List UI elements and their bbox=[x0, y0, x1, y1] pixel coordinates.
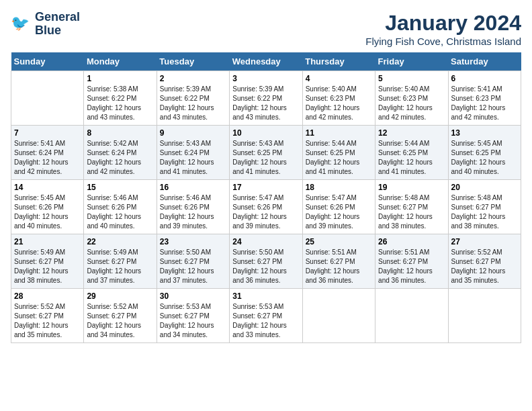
day-number: 31 bbox=[232, 291, 299, 301]
day-info: Sunrise: 5:38 AM Sunset: 6:22 PM Dayligh… bbox=[87, 85, 153, 122]
weekday-header: Monday bbox=[84, 52, 157, 71]
day-number: 12 bbox=[378, 128, 445, 138]
subtitle: Flying Fish Cove, Christmas Island bbox=[365, 36, 521, 47]
day-number: 15 bbox=[87, 183, 153, 192]
day-number: 4 bbox=[306, 74, 372, 83]
day-number: 26 bbox=[378, 237, 445, 246]
day-info: Sunrise: 5:46 AM Sunset: 6:26 PM Dayligh… bbox=[87, 193, 153, 231]
calendar-day-cell: 15Sunrise: 5:46 AM Sunset: 6:26 PM Dayli… bbox=[84, 180, 157, 234]
calendar-day-cell: 22Sunrise: 5:49 AM Sunset: 6:27 PM Dayli… bbox=[84, 234, 157, 289]
calendar-day-cell: 31Sunrise: 5:53 AM Sunset: 6:27 PM Dayli… bbox=[230, 289, 302, 343]
title-area: January 2024 Flying Fish Cove, Christmas… bbox=[365, 11, 521, 47]
day-number: 25 bbox=[306, 237, 372, 246]
calendar-day-cell: 9Sunrise: 5:43 AM Sunset: 6:24 PM Daylig… bbox=[157, 126, 229, 180]
day-number: 20 bbox=[451, 183, 518, 192]
weekday-header-row: SundayMondayTuesdayWednesdayThursdayFrid… bbox=[11, 52, 521, 71]
day-number: 2 bbox=[160, 74, 226, 83]
day-number: 16 bbox=[160, 183, 226, 192]
day-info: Sunrise: 5:50 AM Sunset: 6:27 PM Dayligh… bbox=[232, 248, 299, 285]
day-number: 3 bbox=[232, 74, 299, 83]
day-info: Sunrise: 5:53 AM Sunset: 6:27 PM Dayligh… bbox=[232, 302, 299, 340]
calendar-day-cell: 3Sunrise: 5:39 AM Sunset: 6:22 PM Daylig… bbox=[230, 71, 302, 126]
day-info: Sunrise: 5:48 AM Sunset: 6:27 PM Dayligh… bbox=[451, 193, 518, 231]
day-info: Sunrise: 5:43 AM Sunset: 6:24 PM Dayligh… bbox=[160, 139, 226, 177]
main-title: January 2024 bbox=[365, 11, 521, 36]
day-info: Sunrise: 5:52 AM Sunset: 6:27 PM Dayligh… bbox=[451, 248, 518, 285]
logo-icon: 🐦 bbox=[11, 13, 32, 35]
day-info: Sunrise: 5:47 AM Sunset: 6:26 PM Dayligh… bbox=[306, 193, 372, 231]
calendar-week-row: 21Sunrise: 5:49 AM Sunset: 6:27 PM Dayli… bbox=[11, 234, 521, 289]
calendar-day-cell: 6Sunrise: 5:41 AM Sunset: 6:23 PM Daylig… bbox=[448, 71, 521, 126]
day-number: 28 bbox=[14, 291, 81, 301]
calendar-day-cell: 4Sunrise: 5:40 AM Sunset: 6:23 PM Daylig… bbox=[302, 71, 375, 126]
day-info: Sunrise: 5:40 AM Sunset: 6:23 PM Dayligh… bbox=[306, 85, 372, 122]
weekday-header: Friday bbox=[375, 52, 448, 71]
calendar-day-cell: 26Sunrise: 5:51 AM Sunset: 6:27 PM Dayli… bbox=[375, 234, 448, 289]
day-info: Sunrise: 5:43 AM Sunset: 6:25 PM Dayligh… bbox=[232, 139, 299, 177]
day-info: Sunrise: 5:45 AM Sunset: 6:25 PM Dayligh… bbox=[451, 139, 518, 177]
calendar-day-cell: 27Sunrise: 5:52 AM Sunset: 6:27 PM Dayli… bbox=[448, 234, 521, 289]
day-number: 8 bbox=[87, 128, 153, 138]
day-info: Sunrise: 5:44 AM Sunset: 6:25 PM Dayligh… bbox=[306, 139, 372, 177]
day-info: Sunrise: 5:46 AM Sunset: 6:26 PM Dayligh… bbox=[160, 193, 226, 231]
calendar-week-row: 1Sunrise: 5:38 AM Sunset: 6:22 PM Daylig… bbox=[11, 71, 521, 126]
day-number: 1 bbox=[87, 74, 153, 83]
calendar-day-cell: 5Sunrise: 5:40 AM Sunset: 6:23 PM Daylig… bbox=[375, 71, 448, 126]
weekday-header: Wednesday bbox=[230, 52, 302, 71]
day-info: Sunrise: 5:41 AM Sunset: 6:23 PM Dayligh… bbox=[451, 85, 518, 122]
day-info: Sunrise: 5:50 AM Sunset: 6:27 PM Dayligh… bbox=[160, 248, 226, 285]
weekday-header: Sunday bbox=[11, 52, 84, 71]
day-number: 10 bbox=[232, 128, 299, 138]
day-info: Sunrise: 5:39 AM Sunset: 6:22 PM Dayligh… bbox=[232, 85, 299, 122]
day-number: 22 bbox=[87, 237, 153, 246]
day-info: Sunrise: 5:52 AM Sunset: 6:27 PM Dayligh… bbox=[87, 302, 153, 340]
day-info: Sunrise: 5:51 AM Sunset: 6:27 PM Dayligh… bbox=[306, 248, 372, 285]
calendar-day-cell: 16Sunrise: 5:46 AM Sunset: 6:26 PM Dayli… bbox=[157, 180, 229, 234]
day-number: 27 bbox=[451, 237, 518, 246]
calendar-day-cell: 10Sunrise: 5:43 AM Sunset: 6:25 PM Dayli… bbox=[230, 126, 302, 180]
calendar-day-cell: 7Sunrise: 5:41 AM Sunset: 6:24 PM Daylig… bbox=[11, 126, 84, 180]
calendar-day-cell: 30Sunrise: 5:53 AM Sunset: 6:27 PM Dayli… bbox=[157, 289, 229, 343]
day-number: 30 bbox=[160, 291, 226, 301]
weekday-header: Tuesday bbox=[157, 52, 229, 71]
day-info: Sunrise: 5:47 AM Sunset: 6:26 PM Dayligh… bbox=[232, 193, 299, 231]
calendar-week-row: 28Sunrise: 5:52 AM Sunset: 6:27 PM Dayli… bbox=[11, 289, 521, 343]
day-number: 21 bbox=[14, 237, 81, 246]
weekday-header: Saturday bbox=[448, 52, 521, 71]
day-info: Sunrise: 5:49 AM Sunset: 6:27 PM Dayligh… bbox=[14, 248, 81, 285]
day-number: 24 bbox=[232, 237, 299, 246]
calendar-day-cell: 21Sunrise: 5:49 AM Sunset: 6:27 PM Dayli… bbox=[11, 234, 84, 289]
day-number: 18 bbox=[306, 183, 372, 192]
day-number: 6 bbox=[451, 74, 518, 83]
calendar-day-cell: 19Sunrise: 5:48 AM Sunset: 6:27 PM Dayli… bbox=[375, 180, 448, 234]
day-number: 19 bbox=[378, 183, 445, 192]
day-info: Sunrise: 5:52 AM Sunset: 6:27 PM Dayligh… bbox=[14, 302, 81, 340]
day-number: 14 bbox=[14, 183, 81, 192]
day-number: 9 bbox=[160, 128, 226, 138]
calendar-day-cell: 2Sunrise: 5:39 AM Sunset: 6:22 PM Daylig… bbox=[157, 71, 229, 126]
calendar-day-cell: 14Sunrise: 5:45 AM Sunset: 6:26 PM Dayli… bbox=[11, 180, 84, 234]
calendar-week-row: 7Sunrise: 5:41 AM Sunset: 6:24 PM Daylig… bbox=[11, 126, 521, 180]
day-info: Sunrise: 5:40 AM Sunset: 6:23 PM Dayligh… bbox=[378, 85, 445, 122]
day-info: Sunrise: 5:44 AM Sunset: 6:25 PM Dayligh… bbox=[378, 139, 445, 177]
calendar-day-cell: 11Sunrise: 5:44 AM Sunset: 6:25 PM Dayli… bbox=[302, 126, 375, 180]
day-info: Sunrise: 5:49 AM Sunset: 6:27 PM Dayligh… bbox=[87, 248, 153, 285]
calendar-day-cell: 23Sunrise: 5:50 AM Sunset: 6:27 PM Dayli… bbox=[157, 234, 229, 289]
calendar-day-cell bbox=[375, 289, 448, 343]
day-info: Sunrise: 5:48 AM Sunset: 6:27 PM Dayligh… bbox=[378, 193, 445, 231]
calendar-day-cell: 1Sunrise: 5:38 AM Sunset: 6:22 PM Daylig… bbox=[84, 71, 157, 126]
page-header: 🐦 General Blue January 2024 Flying Fish … bbox=[11, 11, 521, 47]
calendar-day-cell: 29Sunrise: 5:52 AM Sunset: 6:27 PM Dayli… bbox=[84, 289, 157, 343]
day-number: 17 bbox=[232, 183, 299, 192]
calendar-day-cell: 28Sunrise: 5:52 AM Sunset: 6:27 PM Dayli… bbox=[11, 289, 84, 343]
day-info: Sunrise: 5:42 AM Sunset: 6:24 PM Dayligh… bbox=[87, 139, 153, 177]
logo: 🐦 General Blue bbox=[11, 11, 80, 38]
calendar-day-cell bbox=[448, 289, 521, 343]
calendar-day-cell: 24Sunrise: 5:50 AM Sunset: 6:27 PM Dayli… bbox=[230, 234, 302, 289]
day-info: Sunrise: 5:53 AM Sunset: 6:27 PM Dayligh… bbox=[160, 302, 226, 340]
calendar-day-cell: 12Sunrise: 5:44 AM Sunset: 6:25 PM Dayli… bbox=[375, 126, 448, 180]
day-number: 11 bbox=[306, 128, 372, 138]
calendar-table: SundayMondayTuesdayWednesdayThursdayFrid… bbox=[11, 52, 521, 343]
day-info: Sunrise: 5:45 AM Sunset: 6:26 PM Dayligh… bbox=[14, 193, 81, 231]
calendar-day-cell: 20Sunrise: 5:48 AM Sunset: 6:27 PM Dayli… bbox=[448, 180, 521, 234]
